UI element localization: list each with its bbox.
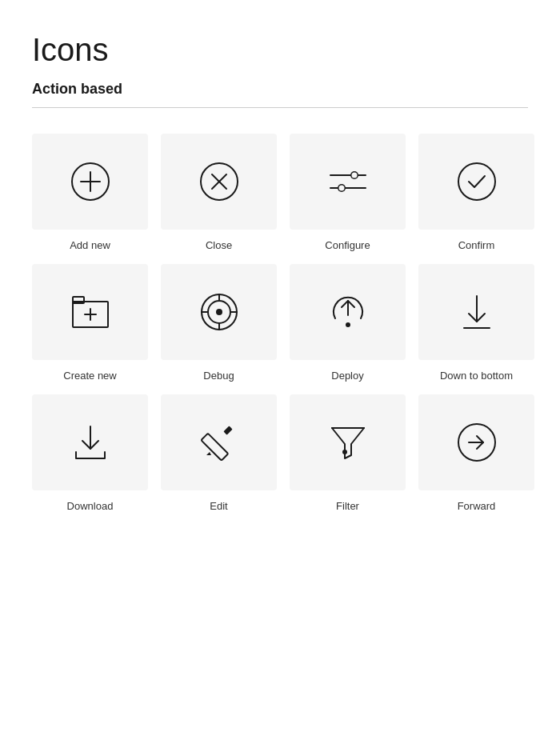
download-icon [71,423,110,462]
icon-grid: Add new Close [32,134,528,512]
forward-icon [456,422,498,463]
add-new-icon [70,161,111,202]
confirm-icon-box [418,134,534,230]
icon-item-edit: Edit [161,394,277,512]
edit-label: Edit [210,500,227,512]
filter-icon-box [290,394,406,490]
configure-icon-box [290,134,406,230]
page-title: Icons [32,32,528,68]
icon-item-download: Download [32,394,148,512]
add-new-icon-box [32,134,148,230]
icon-item-debug: Debug [161,264,277,382]
svg-point-32 [342,450,347,454]
close-label: Close [206,239,232,251]
icon-item-create-new: Create new [32,264,148,382]
filter-icon [329,422,367,463]
svg-point-12 [458,163,495,200]
svg-rect-30 [223,426,232,434]
forward-label: Forward [458,500,496,512]
icon-item-down-to-bottom: Down to bottom [418,264,534,382]
add-new-label: Add new [70,239,110,251]
down-to-bottom-icon-box [418,264,534,360]
confirm-icon [456,161,498,202]
edit-icon-box [161,394,277,490]
configure-label: Configure [325,239,370,251]
section-title: Action based [32,81,528,98]
close-icon [198,161,240,202]
create-new-icon-box [32,264,148,360]
svg-point-8 [351,173,357,178]
deploy-icon-box [290,264,406,360]
section-divider [32,107,528,108]
edit-icon [200,423,238,462]
icon-item-forward: Forward [418,394,534,512]
down-to-bottom-label: Down to bottom [440,370,513,382]
deploy-label: Deploy [331,370,363,382]
close-icon-box [161,134,277,230]
download-icon-box [32,394,148,490]
create-new-label: Create new [63,370,116,382]
debug-icon-box [161,264,277,360]
debug-label: Debug [203,370,234,382]
icon-item-close: Close [161,134,277,251]
debug-icon [198,291,240,333]
forward-icon-box [418,394,534,490]
configure-icon [327,167,369,196]
icon-item-filter: Filter [290,394,406,512]
download-label: Download [67,500,114,512]
icon-item-configure: Configure [290,134,406,251]
svg-point-11 [338,186,344,191]
svg-point-19 [216,309,222,315]
svg-point-25 [346,322,350,327]
icon-item-deploy: Deploy [290,264,406,382]
confirm-label: Confirm [458,239,495,251]
svg-rect-29 [201,434,228,461]
icon-item-confirm: Confirm [418,134,534,251]
icon-item-add-new: Add new [32,134,148,251]
down-to-bottom-icon [459,293,494,331]
filter-label: Filter [336,500,359,512]
create-new-icon [70,294,111,330]
deploy-icon [327,291,369,333]
